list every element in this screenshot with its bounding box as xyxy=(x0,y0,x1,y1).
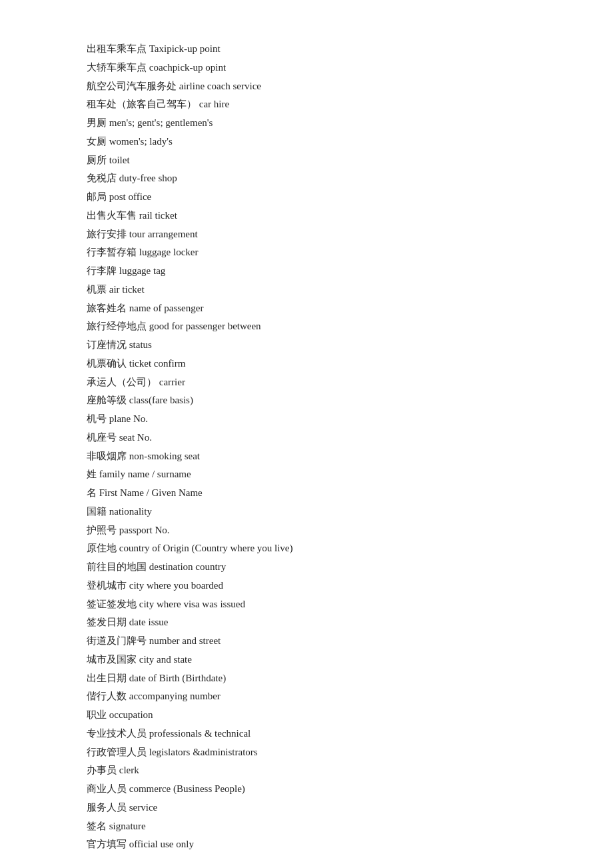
list-item: 行李暂存箱 luggage locker xyxy=(87,243,533,262)
list-item: 行政管理人员 legislators &administrators xyxy=(87,743,533,762)
list-item: 承运人（公司） carrier xyxy=(87,373,533,392)
list-item: 旅客姓名 name of passenger xyxy=(87,299,533,318)
list-item: 偕行人数 accompanying number xyxy=(87,687,533,706)
list-item: 租车处（旅客自己驾车） car hire xyxy=(87,95,533,114)
list-item: 机票确认 ticket confirm xyxy=(87,355,533,373)
list-item: 登机城市 city where you boarded xyxy=(87,577,533,595)
list-item: 航空公司汽车服务处 airline coach service xyxy=(87,77,533,96)
list-item: 女厕 women's; lady's xyxy=(87,133,533,151)
list-item: 专业技术人员 professionals & technical xyxy=(87,725,533,743)
list-item: 机票 air ticket xyxy=(87,281,533,299)
list-item: 国籍 nationality xyxy=(87,503,533,521)
list-item: 职业 occupation xyxy=(87,706,533,725)
list-item: 名 First Name / Given Name xyxy=(87,484,533,503)
list-item: 办事员 clerk xyxy=(87,761,533,780)
list-item: 座舱等级 class(fare basis) xyxy=(87,391,533,410)
list-item: 出售火车售 rail ticket xyxy=(87,207,533,225)
list-item: 街道及门牌号 number and street xyxy=(87,632,533,651)
list-item: 签证签发地 city where visa was issued xyxy=(87,595,533,614)
list-item: 城市及国家 city and state xyxy=(87,651,533,669)
list-item: 姓 family name / surname xyxy=(87,465,533,484)
list-item: 护照号 passport No. xyxy=(87,521,533,540)
list-item: 商业人员 commerce (Business People) xyxy=(87,780,533,799)
list-item: 原住地 country of Origin (Country where you… xyxy=(87,539,533,558)
list-item: 服务人员 service xyxy=(87,799,533,817)
list-item: 签名 signature xyxy=(87,817,533,836)
list-item: 旅行安排 tour arrangement xyxy=(87,225,533,244)
list-item: 非吸烟席 non-smoking seat xyxy=(87,447,533,466)
vocabulary-list: 出租车乘车点 Taxipick-up point大轿车乘车点 coachpick… xyxy=(87,40,533,854)
list-item: 男厕 men's; gent's; gentlemen's xyxy=(87,114,533,133)
list-item: 出生日期 date of Birth (Birthdate) xyxy=(87,669,533,688)
list-item: 出租车乘车点 Taxipick-up point xyxy=(87,40,533,59)
list-item: 邮局 post office xyxy=(87,188,533,207)
list-item: 旅行经停地点 good for passenger between xyxy=(87,317,533,336)
list-item: 官方填写 official use only xyxy=(87,835,533,854)
list-item: 行李牌 luggage tag xyxy=(87,262,533,281)
list-item: 前往目的地国 destination country xyxy=(87,558,533,577)
list-item: 大轿车乘车点 coachpick-up opint xyxy=(87,59,533,77)
list-item: 厕所 toilet xyxy=(87,151,533,170)
list-item: 机号 plane No. xyxy=(87,410,533,429)
list-item: 免税店 duty-free shop xyxy=(87,169,533,188)
list-item: 机座号 seat No. xyxy=(87,429,533,447)
list-item: 签发日期 date issue xyxy=(87,613,533,632)
list-item: 订座情况 status xyxy=(87,336,533,355)
